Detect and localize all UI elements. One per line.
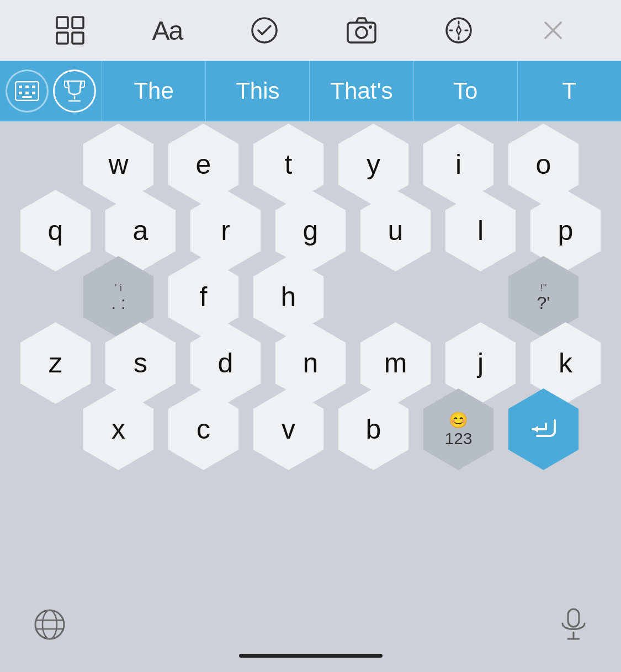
- svg-rect-1: [72, 17, 83, 28]
- text-icon[interactable]: Aa: [152, 15, 183, 46]
- svg-rect-15: [32, 92, 35, 94]
- hex-grid: w e t y i o q a r g u l p ' i . : f: [0, 131, 621, 462]
- key-return[interactable]: [503, 388, 585, 470]
- svg-rect-16: [22, 96, 32, 98]
- svg-rect-11: [25, 86, 29, 88]
- key-v[interactable]: v: [248, 388, 330, 470]
- mic-icon[interactable]: [559, 608, 588, 648]
- svg-point-17: [35, 610, 64, 639]
- camera-icon[interactable]: [346, 16, 377, 45]
- svg-point-18: [43, 610, 57, 639]
- svg-rect-14: [25, 92, 29, 94]
- suggestion-this[interactable]: This: [205, 61, 309, 121]
- suggestion-to[interactable]: To: [413, 61, 517, 121]
- svg-rect-2: [57, 33, 68, 44]
- suggestion-the[interactable]: The: [102, 61, 205, 121]
- bottom-bar: [0, 589, 621, 666]
- pen-icon[interactable]: [444, 16, 473, 45]
- svg-rect-0: [57, 17, 68, 28]
- home-indicator: [239, 654, 383, 658]
- svg-rect-19: [568, 609, 579, 627]
- suggestion-t[interactable]: T: [517, 61, 621, 121]
- svg-rect-3: [72, 33, 83, 44]
- suggestion-thats[interactable]: That's: [309, 61, 413, 121]
- keyboard-area: w e t y i o q a r g u l p ' i . : f: [0, 121, 621, 672]
- key-x[interactable]: x: [78, 388, 160, 470]
- svg-rect-10: [19, 86, 22, 88]
- grid-icon[interactable]: [56, 16, 84, 45]
- suggestion-bar: The This That's To T: [0, 61, 621, 121]
- svg-point-7: [369, 25, 372, 29]
- check-icon[interactable]: [250, 16, 279, 45]
- svg-rect-5: [348, 23, 375, 42]
- key-c[interactable]: c: [163, 388, 245, 470]
- key-row-5: x c v b 😊 123: [76, 388, 586, 470]
- close-icon[interactable]: [541, 18, 565, 42]
- key-b[interactable]: b: [333, 388, 415, 470]
- svg-rect-13: [19, 92, 22, 94]
- keyboard-toggle-icon[interactable]: [6, 70, 49, 113]
- svg-point-6: [356, 27, 367, 38]
- globe-icon[interactable]: [33, 608, 66, 648]
- suggestion-words: The This That's To T: [102, 61, 621, 121]
- trophy-icon[interactable]: [53, 70, 96, 113]
- svg-point-4: [252, 18, 277, 42]
- key-numeric[interactable]: 😊 123: [418, 388, 500, 470]
- svg-rect-12: [32, 86, 35, 88]
- top-toolbar: Aa: [0, 0, 621, 61]
